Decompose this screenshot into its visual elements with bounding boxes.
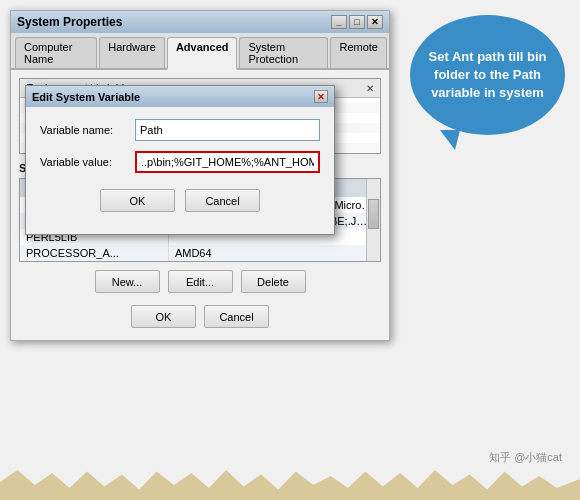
dialog-content: Variable name: Variable value: OK Cancel: [26, 107, 334, 234]
table-row[interactable]: PROCESSOR_A... AMD64: [20, 245, 380, 261]
maximize-button[interactable]: □: [349, 15, 365, 29]
title-bar-controls: _ □ ✕: [331, 15, 383, 29]
torn-paper-bottom: [0, 470, 580, 500]
edit-dialog: Edit System Variable ✕ Variable name: Va…: [25, 85, 335, 235]
tab-hardware[interactable]: Hardware: [99, 37, 165, 68]
speech-bubble: Set Ant path till bin folder to the Path…: [410, 15, 565, 135]
close-button[interactable]: ✕: [367, 15, 383, 29]
variable-value-input[interactable]: [135, 151, 320, 173]
variable-name-row: Variable name:: [40, 119, 320, 141]
minimize-button[interactable]: _: [331, 15, 347, 29]
tabs-bar: Computer Name Hardware Advanced System P…: [11, 33, 389, 70]
watermark: 知乎 @小猫cat: [489, 450, 562, 465]
dialog-cancel-button[interactable]: Cancel: [185, 189, 260, 212]
env-variables-close[interactable]: ✕: [366, 83, 374, 94]
dialog-ok-button[interactable]: OK: [100, 189, 175, 212]
title-bar: System Properties _ □ ✕: [11, 11, 389, 33]
tab-computer-name[interactable]: Computer Name: [15, 37, 97, 68]
new-button[interactable]: New...: [95, 270, 160, 293]
tab-advanced[interactable]: Advanced: [167, 37, 238, 70]
speech-bubble-text: Set Ant path till bin folder to the Path…: [425, 48, 550, 103]
window-title: System Properties: [17, 15, 122, 29]
var-value: AMD64: [168, 245, 379, 261]
tab-remote[interactable]: Remote: [330, 37, 387, 68]
variable-name-input[interactable]: [135, 119, 320, 141]
main-ok-button[interactable]: OK: [131, 305, 196, 328]
system-var-buttons: New... Edit... Delete: [19, 262, 381, 297]
edit-button[interactable]: Edit...: [168, 270, 233, 293]
variable-name-label: Variable name:: [40, 124, 135, 136]
main-cancel-button[interactable]: Cancel: [204, 305, 269, 328]
dialog-title-bar: Edit System Variable ✕: [26, 86, 334, 107]
delete-button[interactable]: Delete: [241, 270, 306, 293]
dialog-buttons: OK Cancel: [40, 183, 320, 222]
scrollbar-thumb[interactable]: [368, 199, 379, 229]
tab-system-protection[interactable]: System Protection: [239, 37, 328, 68]
var-name: PROCESSOR_A...: [20, 245, 168, 261]
dialog-title: Edit System Variable: [32, 91, 140, 103]
variable-value-row: Variable value:: [40, 151, 320, 173]
scrollbar[interactable]: [366, 179, 380, 261]
dialog-close-button[interactable]: ✕: [314, 90, 328, 103]
variable-value-label: Variable value:: [40, 156, 135, 168]
main-bottom-buttons: OK Cancel: [19, 297, 381, 332]
